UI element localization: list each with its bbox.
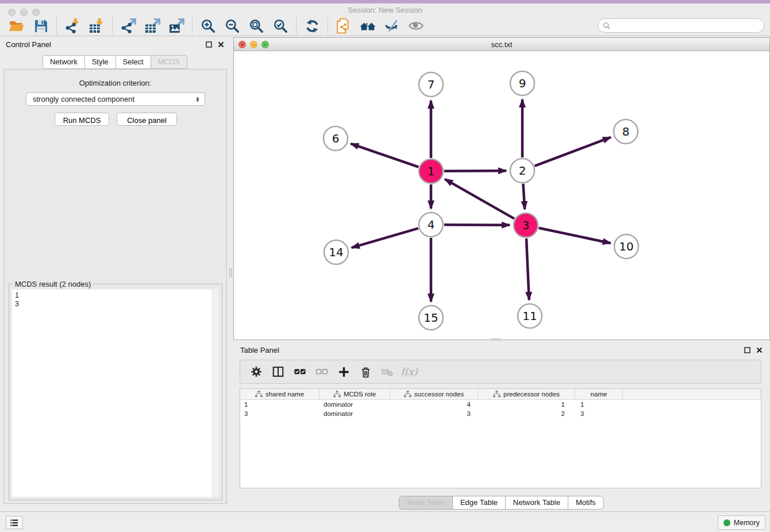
tab-network[interactable]: Network [43, 55, 85, 69]
table-row[interactable]: 3 dominator 3 2 3 [240, 409, 761, 418]
result-line: 1 [15, 291, 219, 300]
float-table-panel-icon[interactable] [744, 346, 751, 354]
show-eye-button[interactable] [407, 17, 425, 34]
vertical-splitter-grip[interactable] [229, 268, 232, 277]
export-table-button[interactable] [144, 17, 161, 34]
split-panel-button[interactable] [270, 364, 286, 380]
delete-table-button[interactable] [379, 364, 395, 380]
tab-network-table[interactable]: Network Table [505, 496, 568, 510]
network-close-button[interactable]: ✕ [238, 41, 246, 48]
cell-predecessor-nodes[interactable]: 1 [478, 401, 575, 408]
mcds-result-text[interactable]: 1 3 [12, 290, 219, 497]
apply-function-button[interactable]: f(x) [401, 364, 417, 380]
memory-label: Memory [734, 519, 760, 527]
maximize-window-button[interactable] [32, 9, 40, 16]
window-controls[interactable] [8, 9, 40, 16]
tab-edge-table[interactable]: Edge Table [452, 496, 506, 510]
deselect-all-button[interactable] [314, 364, 330, 380]
graph-edge-2-8[interactable] [535, 137, 611, 166]
graph-node-2[interactable]: 2 [510, 159, 534, 183]
network-window-titlebar[interactable]: ✕ – + scc.txt [234, 38, 769, 51]
hide-selected-button[interactable] [383, 17, 401, 34]
open-session-button[interactable] [8, 17, 25, 34]
float-panel-icon[interactable] [205, 41, 213, 48]
run-mcds-button[interactable]: Run MCDS [55, 113, 109, 126]
cell-predecessor-nodes[interactable]: 2 [478, 410, 575, 417]
table-settings-button[interactable] [248, 364, 264, 380]
zoom-out-button[interactable] [224, 17, 241, 34]
show-all-networks-button[interactable] [359, 17, 376, 34]
tab-style[interactable]: Style [84, 55, 116, 69]
cell-mcds-role[interactable]: dominator [319, 410, 390, 417]
graph-node-6[interactable]: 6 [324, 126, 348, 151]
tab-mcds[interactable]: MCDS [151, 55, 187, 69]
mcds-panel: Optimization criterion: strongly connect… [3, 69, 227, 504]
zoom-fit-button[interactable] [248, 17, 265, 34]
delete-column-button[interactable] [357, 364, 374, 380]
graph-node-3[interactable]: 3 [514, 213, 538, 237]
graph-edge-4-3[interactable] [444, 225, 510, 225]
cell-name[interactable]: 3 [575, 410, 623, 417]
refresh-view-button[interactable] [303, 17, 321, 34]
graph-edge-3-10[interactable] [539, 228, 611, 243]
tab-node-table[interactable]: Node Table [399, 496, 453, 510]
graph-edge-1-6[interactable] [351, 144, 418, 167]
column-header-predecessor-nodes[interactable]: predecessor nodes [478, 389, 575, 399]
zoom-selected-button[interactable] [272, 17, 289, 34]
search-input[interactable] [611, 22, 764, 30]
search-field[interactable] [598, 18, 764, 33]
graph-edge-2-3[interactable] [523, 184, 525, 209]
graph-node-8[interactable]: 8 [614, 119, 638, 144]
table-row[interactable]: 1 dominator 4 1 1 [240, 400, 761, 409]
save-session-button[interactable] [32, 17, 49, 34]
graph-node-1[interactable]: 1 [419, 159, 443, 183]
graph-node-14[interactable]: 14 [324, 240, 348, 264]
result-scrollbar[interactable] [212, 290, 219, 497]
cell-mcds-role[interactable]: dominator [319, 401, 390, 408]
column-header-shared-name[interactable]: shared name [240, 389, 319, 399]
graph-node-7[interactable]: 7 [419, 72, 443, 97]
graph-node-4[interactable]: 4 [419, 213, 443, 237]
network-canvas[interactable]: 7968124314101511 [234, 51, 769, 340]
memory-button[interactable]: Memory [718, 515, 765, 530]
graph-edge-1-2[interactable] [444, 171, 506, 171]
add-column-button[interactable] [336, 364, 352, 380]
minimize-window-button[interactable] [20, 9, 28, 16]
zoom-in-button[interactable] [199, 17, 217, 34]
search-icon [603, 22, 611, 30]
select-all-button[interactable] [292, 364, 308, 380]
zoom-in-icon [201, 18, 215, 33]
column-header-name[interactable]: name [575, 389, 623, 399]
export-image-button[interactable] [168, 17, 185, 34]
cell-name[interactable]: 1 [575, 401, 623, 408]
network-minimize-button[interactable]: – [250, 41, 257, 48]
graph-node-10[interactable]: 10 [614, 234, 638, 259]
toolbar-separator [328, 17, 328, 34]
import-network-button[interactable] [64, 17, 81, 34]
task-history-button[interactable] [6, 516, 23, 529]
import-table-button[interactable] [88, 17, 105, 34]
cell-shared-name[interactable]: 1 [240, 401, 319, 408]
close-window-button[interactable] [8, 9, 16, 16]
graph-node-15[interactable]: 15 [419, 306, 443, 330]
cell-shared-name[interactable]: 3 [240, 410, 319, 417]
graph-edge-3-1[interactable] [445, 179, 514, 219]
cell-successor-nodes[interactable]: 3 [390, 410, 478, 417]
export-network-button[interactable] [120, 17, 137, 34]
graph-edge-3-11[interactable] [526, 238, 529, 300]
horizontal-splitter-grip[interactable] [491, 338, 500, 341]
cell-successor-nodes[interactable]: 4 [390, 401, 478, 408]
criterion-select[interactable]: strongly connected component ▲▼ [26, 92, 205, 106]
copy-network-button[interactable] [335, 17, 352, 34]
tab-select[interactable]: Select [116, 55, 151, 69]
network-maximize-button[interactable]: + [261, 41, 269, 48]
tab-motifs[interactable]: Motifs [568, 496, 604, 510]
close-table-panel-icon[interactable] [756, 346, 763, 354]
graph-node-9[interactable]: 9 [510, 71, 534, 95]
column-header-mcds-role[interactable]: MCDS role [319, 389, 390, 399]
close-panel-icon[interactable] [217, 41, 225, 48]
graph-edge-4-14[interactable] [352, 228, 418, 248]
close-panel-button[interactable]: Close panel [117, 113, 177, 126]
column-header-successor-nodes[interactable]: successor nodes [390, 389, 478, 399]
graph-node-11[interactable]: 11 [518, 304, 542, 328]
